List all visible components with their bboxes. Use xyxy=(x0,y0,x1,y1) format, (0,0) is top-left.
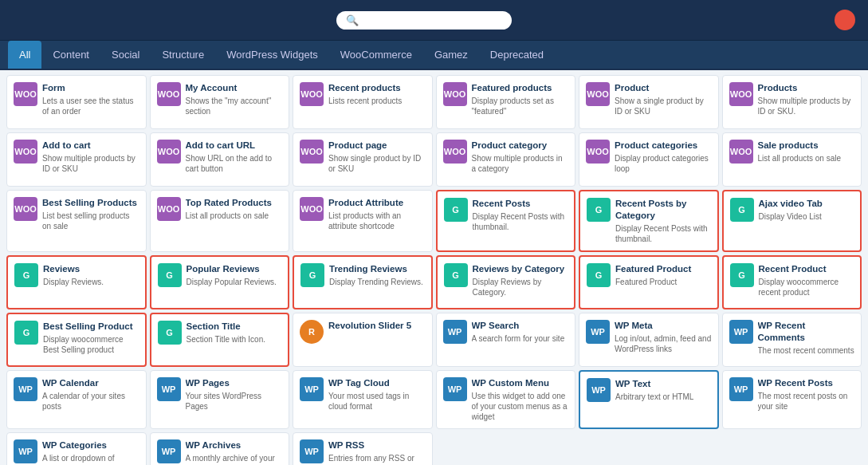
element-item[interactable]: WP WP Text Arbitrary text or HTML xyxy=(579,370,719,429)
element-item[interactable]: G Recent Product Display woocommerce rec… xyxy=(722,255,862,309)
tab-deprecated[interactable]: Deprecated xyxy=(479,41,555,69)
item-desc: Your most used tags in cloud format xyxy=(328,391,426,412)
tab-gamez[interactable]: Gamez xyxy=(423,41,479,69)
item-desc: The most recent comments xyxy=(758,345,855,356)
tab-content[interactable]: Content xyxy=(41,41,100,69)
item-desc: Section Title with Icon. xyxy=(187,334,282,345)
item-icon: WP xyxy=(14,377,37,401)
item-desc: Display Reviews. xyxy=(43,277,139,287)
element-item[interactable]: WOO Form Lets a user see the status of a… xyxy=(6,75,147,129)
item-name: WP Pages xyxy=(186,377,283,389)
item-desc: Display Video List xyxy=(759,211,854,222)
element-item[interactable]: WOO Product Attribute List products with… xyxy=(293,190,433,252)
element-item[interactable]: G Featured Product Featured Product xyxy=(579,255,719,309)
item-text: WP RSS Entries from any RSS or Atom feed xyxy=(328,439,426,465)
element-item[interactable]: G Recent Posts by Category Display Recen… xyxy=(579,190,719,252)
element-item[interactable]: WP WP Search A search form for your site xyxy=(436,313,576,367)
element-item[interactable]: WOO Sale products List all products on s… xyxy=(722,132,862,187)
element-item[interactable]: WOO Add to cart Show multiple products b… xyxy=(6,132,147,187)
item-name: Recent Posts by Category xyxy=(615,198,711,222)
element-item[interactable]: G Ajax video Tab Display Video List xyxy=(722,190,862,252)
item-name: Product category xyxy=(472,140,569,152)
item-text: Sale products List all products on sale xyxy=(758,140,855,164)
element-item[interactable]: WOO Recent products Lists recent product… xyxy=(293,75,433,129)
element-item[interactable]: WOO Best Selling Products List best sell… xyxy=(6,190,147,252)
item-text: Form Lets a user see the status of an or… xyxy=(42,82,139,116)
element-item[interactable]: WOO Product Show a single product by ID … xyxy=(579,75,719,129)
item-desc: A search form for your site xyxy=(472,333,569,344)
element-item[interactable]: G Recent Posts Display Recent Posts with… xyxy=(436,190,576,252)
item-name: Product page xyxy=(328,140,426,152)
item-icon: WP xyxy=(587,378,611,402)
element-item[interactable]: WOO Products Show multiple products by I… xyxy=(722,75,862,129)
item-desc: Use this widget to add one of your custo… xyxy=(472,391,569,422)
element-item[interactable]: G Popular Reviews Display Popular Review… xyxy=(150,255,290,309)
item-text: WP Meta Log in/out, admin, feed and Word… xyxy=(615,320,712,354)
item-text: Revolution Slider 5 xyxy=(328,320,426,333)
tabs-bar: AllContentSocialStructureWordPress Widge… xyxy=(0,41,868,70)
item-text: Product page Show single product by ID o… xyxy=(328,140,426,174)
item-icon: WOO xyxy=(300,197,324,221)
element-item[interactable]: WP WP Calendar A calendar of your sites … xyxy=(6,370,147,429)
element-item[interactable]: G Reviews Display Reviews. xyxy=(6,255,147,309)
element-item[interactable]: G Section Title Section Title with Icon. xyxy=(150,313,290,367)
element-item[interactable]: WP WP Archives A monthly archive of your… xyxy=(150,432,290,465)
item-icon: G xyxy=(587,198,611,222)
item-name: WP Meta xyxy=(615,320,712,332)
element-item[interactable]: WOO Product page Show single product by … xyxy=(293,132,433,187)
element-item[interactable]: G Reviews by Category Display Reviews by… xyxy=(436,255,576,309)
element-item[interactable]: WP WP Recent Posts The most recent posts… xyxy=(722,370,862,429)
item-desc: Show multiple products by ID or SKU. xyxy=(758,96,855,116)
element-item[interactable]: G Trending Reviews Display Trending Revi… xyxy=(293,255,433,309)
item-name: Add to cart xyxy=(42,140,139,152)
close-button[interactable] xyxy=(835,10,855,30)
item-desc: Featured Product xyxy=(615,277,711,287)
item-desc: Display Recent Posts with thumbnail. xyxy=(473,211,568,232)
element-item[interactable]: WOO My Account Shows the "my account" se… xyxy=(150,75,290,129)
element-item[interactable]: WOO Featured products Display products s… xyxy=(436,75,576,129)
search-input[interactable] xyxy=(363,14,502,26)
item-icon: WOO xyxy=(14,82,37,106)
item-name: WP Search xyxy=(472,320,569,332)
item-icon: R xyxy=(300,320,324,344)
item-desc: Lists recent products xyxy=(328,96,426,106)
element-item[interactable]: WP WP Pages Your sites WordPress Pages xyxy=(150,370,290,429)
item-text: Top Rated Products List all products on … xyxy=(186,197,283,221)
item-desc: Display woocommerce recent product xyxy=(759,277,854,298)
element-item[interactable]: WOO Product category Show multiple produ… xyxy=(436,132,576,187)
item-desc: Show a single product by ID or SKU xyxy=(615,96,712,116)
element-item[interactable]: WP WP Tag Cloud Your most used tags in c… xyxy=(293,370,433,429)
item-desc: Show multiple products by ID or SKU xyxy=(42,153,139,174)
element-item[interactable]: WOO Top Rated Products List all products… xyxy=(150,190,290,252)
item-name: WP Recent Posts xyxy=(758,377,855,389)
element-item[interactable]: WP WP RSS Entries from any RSS or Atom f… xyxy=(293,432,433,465)
element-item[interactable]: WP WP Custom Menu Use this widget to add… xyxy=(436,370,576,429)
tab-all[interactable]: All xyxy=(8,41,41,69)
tab-structure[interactable]: Structure xyxy=(151,41,215,69)
item-desc: Display products set as "featured" xyxy=(472,96,569,116)
item-text: Products Show multiple products by ID or… xyxy=(758,82,855,116)
item-text: Featured products Display products set a… xyxy=(472,82,569,116)
item-icon: G xyxy=(587,263,611,287)
item-desc: A monthly archive of your sites posts xyxy=(186,453,283,465)
tab-social[interactable]: Social xyxy=(100,41,151,69)
item-name: Ajax video Tab xyxy=(759,198,854,210)
element-item[interactable]: WP WP Categories A list or dropdown of c… xyxy=(6,432,147,465)
tab-woocommerce[interactable]: WooCommerce xyxy=(329,41,423,69)
element-item[interactable]: WOO Product categories Display product c… xyxy=(579,132,719,187)
item-name: Sale products xyxy=(758,140,855,152)
item-icon: G xyxy=(444,263,468,287)
item-desc: List all products on sale xyxy=(186,211,283,221)
element-item[interactable]: WP WP Recent Comments The most recent co… xyxy=(722,313,862,367)
item-text: WP Pages Your sites WordPress Pages xyxy=(186,377,283,412)
element-item[interactable]: G Best Selling Product Display woocommer… xyxy=(6,313,147,367)
item-icon: G xyxy=(14,321,38,345)
item-name: Popular Reviews xyxy=(187,263,282,275)
element-item[interactable]: WP WP Meta Log in/out, admin, feed and W… xyxy=(579,313,719,367)
element-item[interactable]: R Revolution Slider 5 xyxy=(293,313,433,367)
item-icon: WOO xyxy=(729,82,753,106)
item-text: Best Selling Product Display woocommerce… xyxy=(43,321,139,355)
tab-wp-widgets[interactable]: WordPress Widgets xyxy=(215,41,329,69)
item-text: Section Title Section Title with Icon. xyxy=(187,321,282,345)
element-item[interactable]: WOO Add to cart URL Show URL on the add … xyxy=(150,132,290,187)
